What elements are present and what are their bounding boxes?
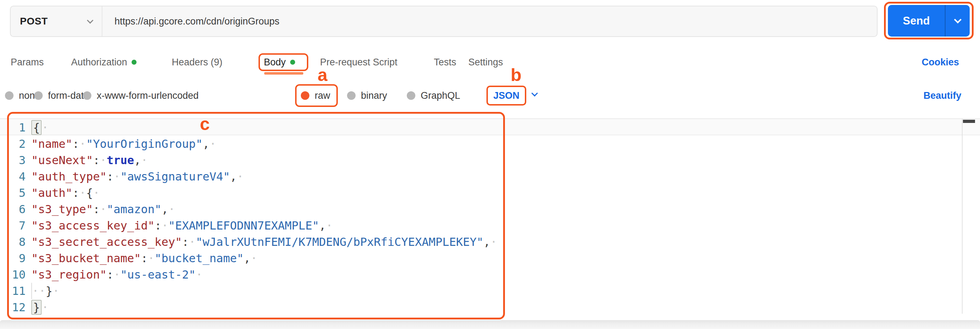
tab-tests[interactable]: Tests (434, 53, 456, 71)
code-line[interactable]: 4"auth_type":·"awsSignatureV4",· (0, 168, 497, 185)
code-token: "useNext" (31, 153, 93, 167)
code-token: · (196, 268, 202, 282)
tab-label: Pre-request Script (320, 57, 398, 68)
radio-form-data[interactable]: form-data (34, 85, 89, 106)
code-token: "s3_access_key_id" (31, 219, 155, 233)
code-token: , (484, 235, 490, 249)
code-token: , (203, 137, 210, 151)
code-line[interactable]: 2"name":·"YourOriginGroup",· (0, 136, 497, 152)
code-line[interactable]: 7"s3_access_key_id":·"EXAMPLEFODNN7EXAMP… (0, 217, 497, 234)
tab-settings[interactable]: Settings (468, 53, 503, 71)
tab-pre-request-script[interactable]: Pre-request Script (320, 53, 398, 71)
code-token: "s3_bucket_name" (31, 251, 141, 265)
beautify-label: Beautify (923, 90, 961, 101)
code-token: · (141, 153, 148, 167)
code-token: · (79, 186, 86, 200)
cookies-link[interactable]: Cookies (922, 53, 959, 71)
code-content: {· (25, 119, 49, 136)
annotation-letter-a: a (318, 66, 328, 84)
code-line[interactable]: 11··}· (0, 283, 497, 299)
code-content: "useNext":·true,· (25, 152, 148, 168)
code-token: : (73, 137, 79, 151)
code-content: }· (25, 299, 49, 315)
send-button[interactable]: Send (888, 5, 970, 36)
code-line[interactable]: 1{· (0, 119, 497, 136)
code-token: · (52, 284, 59, 298)
code-token: ·· (32, 284, 46, 298)
code-line[interactable]: 3"useNext":·true,· (0, 152, 497, 168)
response-panel-edge (0, 320, 980, 329)
code-token: · (100, 202, 107, 216)
code-token: · (161, 219, 168, 233)
language-label: JSON (493, 90, 520, 101)
beautify-link[interactable]: Beautify (923, 85, 961, 106)
radio-icon (407, 91, 415, 100)
url-input[interactable]: https://api.gcore.com/cdn/originGroups (102, 6, 877, 36)
radio-raw[interactable]: raw (301, 85, 330, 106)
line-number: 12 (0, 299, 25, 315)
code-token: · (41, 121, 48, 134)
code-token: : (182, 235, 189, 249)
code-line[interactable]: 9"s3_bucket_name":·"bucket_name",· (0, 250, 497, 266)
tab-authorization[interactable]: Authorization (71, 53, 137, 71)
tab-label: Tests (434, 57, 456, 68)
code-content: "s3_access_key_id":·"EXAMPLEFODNN7EXAMPL… (25, 217, 333, 234)
code-content: "auth":·{· (25, 185, 100, 201)
active-tab-underline (264, 72, 303, 74)
code-token: "name" (31, 137, 73, 151)
code-line[interactable]: 10"s3_region":·"us-east-2"· (0, 266, 497, 283)
line-number: 8 (0, 234, 25, 250)
code-token: "auth_type" (31, 170, 107, 183)
tab-params[interactable]: Params (11, 53, 44, 71)
tab-body[interactable]: Body (264, 53, 295, 71)
code-content: "s3_secret_access_key":·"wJalrXUtnFEMI/K… (25, 234, 497, 250)
code-content: "s3_bucket_name":·"bucket_name",· (25, 250, 258, 266)
code-line[interactable]: 6"s3_type":·"amazon",· (0, 201, 497, 217)
green-dot-icon (290, 60, 295, 65)
annotation-letter-c: c (200, 115, 210, 133)
code-token: · (79, 137, 86, 151)
radio-binary[interactable]: binary (347, 85, 387, 106)
radio-x-www-form-urlencoded[interactable]: x-www-form-urlencoded (83, 85, 199, 106)
radio-icon (5, 91, 14, 100)
radio-label: raw (315, 90, 330, 101)
scrollbar-thumb[interactable] (963, 120, 975, 123)
send-options-caret[interactable] (945, 5, 970, 36)
language-dropdown[interactable]: JSON (487, 85, 526, 106)
radio-label: GraphQL (421, 90, 460, 101)
request-url-bar: POST https://api.gcore.com/cdn/originGro… (10, 6, 878, 37)
code-token: · (168, 202, 175, 216)
tab-headers[interactable]: Headers (9) (172, 53, 223, 71)
code-line[interactable]: 5"auth":·{· (0, 185, 497, 201)
chevron-down-icon[interactable] (531, 90, 538, 96)
code-token: } (31, 300, 41, 315)
code-content: ··}· (25, 283, 59, 299)
radio-icon (34, 91, 43, 100)
code-token: "EXAMPLEFODNN7EXAMPLE" (168, 219, 319, 233)
line-number: 6 (0, 201, 25, 217)
code-token: : (73, 186, 79, 200)
radio-graphql[interactable]: GraphQL (407, 85, 460, 106)
code-token: } (46, 284, 52, 298)
body-type-bar: none form-data x-www-form-urlencoded raw… (0, 85, 980, 106)
code-token: , (161, 202, 168, 216)
code-content: "s3_type":·"amazon",· (25, 201, 175, 217)
radio-icon (347, 91, 356, 100)
code-token: · (100, 153, 107, 167)
body-code-editor[interactable]: 1{·2"name":·"YourOriginGroup",·3"useNext… (0, 118, 980, 320)
method-dropdown[interactable]: POST (11, 6, 102, 36)
code-token: : (107, 268, 113, 282)
code-line[interactable]: 12}· (0, 299, 497, 315)
code-content: "s3_region":·"us-east-2"· (25, 266, 203, 283)
code-token: · (326, 219, 332, 233)
tab-label: Params (11, 57, 44, 68)
code-token: : (93, 153, 100, 167)
code-token: { (86, 186, 93, 200)
url-text: https://api.gcore.com/cdn/originGroups (115, 16, 280, 27)
code-token: · (490, 235, 497, 249)
green-dot-icon (132, 60, 137, 65)
code-line[interactable]: 8"s3_secret_access_key":·"wJalrXUtnFEMI/… (0, 234, 497, 250)
code-token: · (93, 186, 100, 200)
line-number: 7 (0, 217, 25, 234)
tab-label: Settings (468, 57, 503, 68)
